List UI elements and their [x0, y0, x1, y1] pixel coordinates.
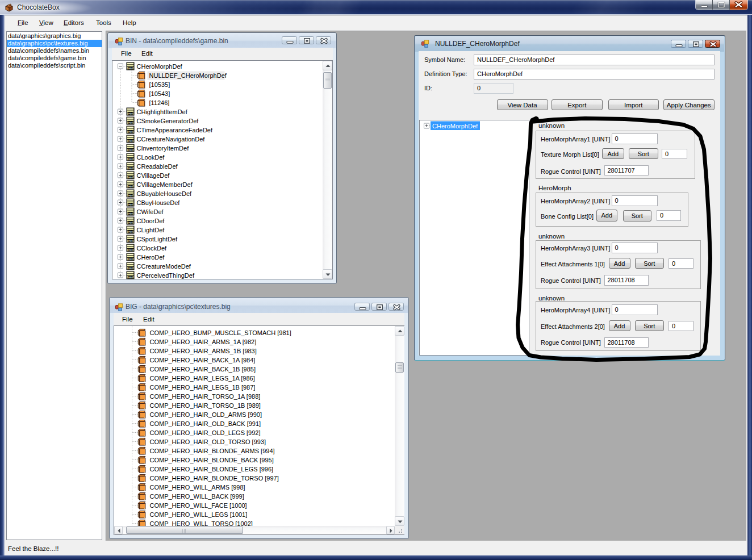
- svg-text:DT: DT: [128, 266, 132, 269]
- svg-text:COMP_HERO_WILL_ARMS [998]: COMP_HERO_WILL_ARMS [998]: [149, 483, 245, 490]
- svg-text:CHeroMorphDef: CHeroMorphDef: [432, 122, 478, 129]
- svg-text:CDoorDef: CDoorDef: [136, 217, 165, 224]
- svg-text:COMP_HERO_WILL_TORSO [1002]: COMP_HERO_WILL_TORSO [1002]: [149, 520, 252, 525]
- svg-text:CInventoryItemDef: CInventoryItemDef: [136, 144, 189, 151]
- svg-text:DT: DT: [128, 121, 132, 124]
- svg-text:COMP_HERO_HAIR_OLD_ARMS [990]: COMP_HERO_HAIR_OLD_ARMS [990]: [149, 411, 261, 417]
- svg-text:COMP_HERO_HAIR_LEGS_1B [987]: COMP_HERO_HAIR_LEGS_1B [987]: [149, 383, 255, 390]
- svg-text:[10535]: [10535]: [149, 81, 170, 87]
- svg-text:DT: DT: [128, 166, 132, 169]
- svg-text:DT: DT: [128, 112, 132, 115]
- svg-text:DT: DT: [128, 185, 132, 187]
- svg-text:CCreatureModeDef: CCreatureModeDef: [136, 262, 191, 269]
- svg-text:COMP_HERO_HAIR_BLONDE_BACK [99: COMP_HERO_HAIR_BLONDE_BACK [995]: [149, 456, 273, 463]
- svg-text:DT: DT: [128, 157, 132, 160]
- svg-text:DT: DT: [128, 139, 132, 142]
- svg-text:COMP_HERO_HAIR_LEGS_1A [986]: COMP_HERO_HAIR_LEGS_1A [986]: [149, 374, 254, 381]
- svg-text:COMP_HERO_HAIR_BLONDE_ARMS [99: COMP_HERO_HAIR_BLONDE_ARMS [994]: [149, 447, 274, 454]
- svg-text:CCreatureNavigationDef: CCreatureNavigationDef: [136, 135, 205, 142]
- svg-text:DT: DT: [128, 66, 132, 69]
- svg-text:DT: DT: [128, 239, 132, 242]
- svg-text:CSmokeGeneratorDef: CSmokeGeneratorDef: [136, 117, 199, 124]
- svg-text:DT: DT: [128, 148, 132, 151]
- svg-text:CReadableDef: CReadableDef: [136, 162, 178, 169]
- svg-text:COMP_HERO_HAIR_ARMS_1A [982]: COMP_HERO_HAIR_ARMS_1A [982]: [149, 338, 256, 345]
- svg-text:DT: DT: [128, 230, 132, 233]
- svg-text:DT: DT: [128, 275, 132, 278]
- svg-text:CVillageDef: CVillageDef: [136, 172, 170, 178]
- svg-text:[10543]: [10543]: [149, 90, 170, 97]
- svg-text:CVillageMemberDef: CVillageMemberDef: [136, 181, 193, 187]
- svg-text:COMP_HERO_WILL_BACK [999]: COMP_HERO_WILL_BACK [999]: [149, 492, 244, 499]
- svg-text:COMP_HERO_HAIR_OLD_BACK [991]: COMP_HERO_HAIR_OLD_BACK [991]: [149, 420, 261, 427]
- svg-text:COMP_HERO_BUMP_MUSCLE_STOMACH: COMP_HERO_BUMP_MUSCLE_STOMACH [981]: [149, 329, 291, 336]
- svg-text:COMP_HERO_HAIR_BACK_1B [985]: COMP_HERO_HAIR_BACK_1B [985]: [149, 365, 255, 372]
- svg-text:COMP_HERO_WILL_LEGS [1001]: COMP_HERO_WILL_LEGS [1001]: [149, 511, 247, 517]
- svg-text:DT: DT: [128, 221, 132, 224]
- svg-text:COMP_HERO_WILL_FACE [1000]: COMP_HERO_WILL_FACE [1000]: [149, 502, 247, 508]
- svg-text:DT: DT: [128, 203, 132, 206]
- svg-text:DT: DT: [128, 248, 132, 251]
- svg-text:DT: DT: [128, 194, 132, 197]
- svg-text:CWifeDef: CWifeDef: [136, 208, 164, 215]
- svg-text:CTimeAppearanceFadeDef: CTimeAppearanceFadeDef: [136, 126, 212, 133]
- svg-text:CBuyHouseDef: CBuyHouseDef: [136, 199, 180, 206]
- svg-text:CClockDef: CClockDef: [136, 244, 167, 251]
- svg-text:CHighlightItemDef: CHighlightItemDef: [136, 108, 187, 115]
- svg-text:CBuyableHouseDef: CBuyableHouseDef: [136, 190, 192, 197]
- svg-text:COMP_HERO_HAIR_TORSO_1B [989]: COMP_HERO_HAIR_TORSO_1B [989]: [149, 402, 260, 408]
- svg-text:COMP_HERO_HAIR_BLONDE_LEGS [99: COMP_HERO_HAIR_BLONDE_LEGS [996]: [149, 465, 273, 472]
- svg-text:COMP_HERO_HAIR_OLD_TORSO [993]: COMP_HERO_HAIR_OLD_TORSO [993]: [149, 438, 266, 445]
- svg-text:CLookDef: CLookDef: [136, 153, 165, 160]
- svg-text:COMP_HERO_HAIR_TORSO_1A [988]: COMP_HERO_HAIR_TORSO_1A [988]: [149, 392, 260, 399]
- svg-text:[11246]: [11246]: [149, 99, 169, 106]
- svg-text:DT: DT: [128, 175, 132, 178]
- svg-text:DT: DT: [128, 257, 132, 260]
- svg-text:COMP_HERO_HAIR_BACK_1A [984]: COMP_HERO_HAIR_BACK_1A [984]: [149, 356, 255, 363]
- svg-text:COMP_HERO_HAIR_OLD_LEGS [992]: COMP_HERO_HAIR_OLD_LEGS [992]: [149, 429, 260, 436]
- svg-text:CPerceivedThingDef: CPerceivedThingDef: [136, 271, 194, 278]
- svg-text:NULLDEF_CHeroMorphDef: NULLDEF_CHeroMorphDef: [149, 72, 227, 78]
- svg-text:DT: DT: [128, 130, 132, 133]
- svg-text:CHeroDef: CHeroDef: [136, 253, 165, 260]
- svg-text:CLightDef: CLightDef: [136, 226, 165, 233]
- svg-text:COMP_HERO_HAIR_ARMS_1B [983]: COMP_HERO_HAIR_ARMS_1B [983]: [149, 347, 256, 354]
- svg-text:COMP_HERO_HAIR_BLONDE_TORSO [9: COMP_HERO_HAIR_BLONDE_TORSO [997]: [149, 474, 278, 481]
- svg-text:CHeroMorphDef: CHeroMorphDef: [136, 62, 182, 69]
- svg-text:DT: DT: [128, 212, 132, 215]
- svg-text:CSpotLightDef: CSpotLightDef: [136, 235, 177, 242]
